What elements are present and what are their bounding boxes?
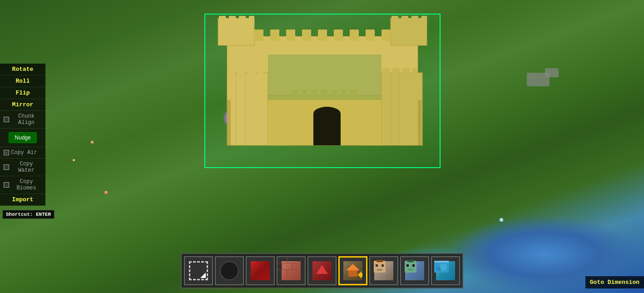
map-icon xyxy=(436,261,455,280)
svg-rect-3 xyxy=(229,16,236,25)
svg-rect-45 xyxy=(227,100,231,145)
castle-svg xyxy=(191,9,454,182)
roll-menu-item[interactable]: Roll xyxy=(0,75,45,87)
svg-rect-19 xyxy=(381,30,391,41)
decoration xyxy=(91,141,94,144)
svg-rect-11 xyxy=(254,30,263,41)
svg-rect-61 xyxy=(374,261,386,273)
svg-rect-10 xyxy=(421,16,427,25)
copy-water-item[interactable]: Copy Water xyxy=(0,159,45,176)
zombie-icon xyxy=(405,261,424,280)
flip-menu-item[interactable]: Flip xyxy=(0,87,45,99)
svg-rect-29 xyxy=(412,68,418,78)
svg-rect-15 xyxy=(318,30,327,41)
copy-water-label: Copy Water xyxy=(11,161,42,174)
svg-rect-62 xyxy=(376,264,378,267)
svg-rect-16 xyxy=(334,30,343,41)
svg-marker-57 xyxy=(316,265,328,274)
villager-icon xyxy=(374,261,393,280)
copy-biomes-item[interactable]: Copy Biomes xyxy=(0,176,45,194)
svg-marker-60 xyxy=(358,271,362,278)
nudge-button[interactable]: Nudge xyxy=(9,132,36,143)
decoration xyxy=(104,191,108,194)
hotbar-slot-red[interactable] xyxy=(246,256,275,285)
rotate-menu-item[interactable]: Rotate xyxy=(0,64,45,75)
svg-rect-63 xyxy=(381,264,384,267)
svg-rect-64 xyxy=(377,269,382,271)
svg-rect-8 xyxy=(401,16,408,25)
selection-icon xyxy=(189,261,208,280)
nether-icon xyxy=(312,261,332,280)
svg-rect-5 xyxy=(249,16,254,25)
svg-rect-7 xyxy=(391,16,398,25)
hotbar-slot-house[interactable] xyxy=(338,256,367,285)
svg-rect-27 xyxy=(392,68,400,78)
svg-rect-25 xyxy=(381,73,422,145)
svg-rect-65 xyxy=(376,260,383,262)
svg-rect-23 xyxy=(248,68,255,78)
svg-rect-67 xyxy=(406,264,409,267)
svg-rect-20 xyxy=(227,73,268,145)
copy-air-checkbox[interactable] xyxy=(4,150,9,155)
svg-rect-17 xyxy=(350,30,359,41)
svg-rect-2 xyxy=(219,16,226,25)
hotbar-slot-circle[interactable] xyxy=(215,256,244,285)
chunk-align-checkbox[interactable] xyxy=(4,117,9,122)
copy-biomes-checkbox[interactable] xyxy=(4,182,9,188)
svg-rect-28 xyxy=(402,68,410,78)
hotbar xyxy=(181,253,463,288)
brick-icon xyxy=(282,261,301,280)
decoration xyxy=(500,218,503,222)
game-viewport: Rotate Roll Flip Mirror Chunk Align Nudg… xyxy=(0,0,644,293)
svg-marker-58 xyxy=(346,264,360,270)
circle-icon xyxy=(220,261,239,280)
svg-rect-12 xyxy=(270,30,279,41)
svg-rect-72 xyxy=(434,261,449,263)
svg-rect-24 xyxy=(258,68,263,78)
svg-rect-26 xyxy=(382,68,390,78)
house-icon xyxy=(343,261,362,280)
svg-rect-66 xyxy=(405,261,416,273)
hotbar-slot-zombie[interactable] xyxy=(400,256,429,285)
svg-rect-44 xyxy=(268,55,381,100)
sidebar: Rotate Roll Flip Mirror Chunk Align Nudg… xyxy=(0,64,45,206)
chunk-align-label: Chunk Align xyxy=(11,113,42,126)
svg-point-39 xyxy=(313,107,341,120)
svg-rect-14 xyxy=(302,30,311,41)
rock xyxy=(545,68,559,77)
svg-rect-21 xyxy=(228,68,235,78)
svg-rect-18 xyxy=(366,30,375,41)
svg-rect-41 xyxy=(363,104,381,145)
import-tooltip: Shortcut: ENTER xyxy=(2,210,54,219)
import-menu-item[interactable]: Import Shortcut: ENTER xyxy=(0,194,45,206)
svg-rect-4 xyxy=(239,16,246,25)
svg-rect-59 xyxy=(348,270,357,277)
castle xyxy=(191,9,454,182)
hotbar-slot-nether[interactable] xyxy=(307,256,337,285)
chunk-align-item[interactable]: Chunk Align xyxy=(0,111,45,129)
svg-rect-13 xyxy=(286,30,295,41)
goto-dimension-button[interactable]: Goto Dimension xyxy=(585,276,644,288)
svg-rect-68 xyxy=(412,264,415,267)
decoration xyxy=(73,159,75,161)
copy-air-label: Copy Air xyxy=(11,149,37,156)
mirror-menu-item[interactable]: Mirror xyxy=(0,99,45,111)
nudge-item[interactable]: Nudge xyxy=(0,129,45,147)
svg-rect-69 xyxy=(408,269,413,270)
copy-biomes-label: Copy Biomes xyxy=(11,179,42,191)
red-block-icon xyxy=(251,261,270,280)
svg-rect-22 xyxy=(238,68,245,78)
hotbar-slot-map[interactable] xyxy=(431,256,460,285)
svg-rect-40 xyxy=(268,104,286,145)
svg-point-74 xyxy=(436,267,441,271)
svg-rect-46 xyxy=(418,100,421,145)
svg-rect-70 xyxy=(407,260,414,262)
hotbar-slot-villager[interactable] xyxy=(369,256,398,285)
copy-air-item[interactable]: Copy Air xyxy=(0,147,45,159)
hotbar-slot-selection[interactable] xyxy=(184,256,213,285)
copy-water-checkbox[interactable] xyxy=(4,164,9,170)
svg-rect-9 xyxy=(411,16,418,25)
hotbar-slot-brick[interactable] xyxy=(277,256,306,285)
